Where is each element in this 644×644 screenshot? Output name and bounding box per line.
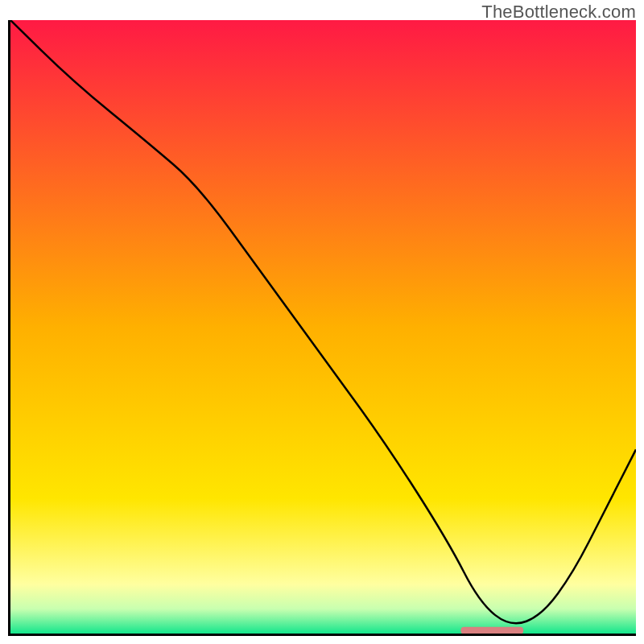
chart-container: TheBottleneck.com — [0, 0, 644, 644]
plot-canvas — [10, 20, 636, 634]
watermark-text: TheBottleneck.com — [481, 2, 636, 23]
optimal-range-marker — [460, 627, 523, 634]
gradient-background — [10, 20, 636, 634]
